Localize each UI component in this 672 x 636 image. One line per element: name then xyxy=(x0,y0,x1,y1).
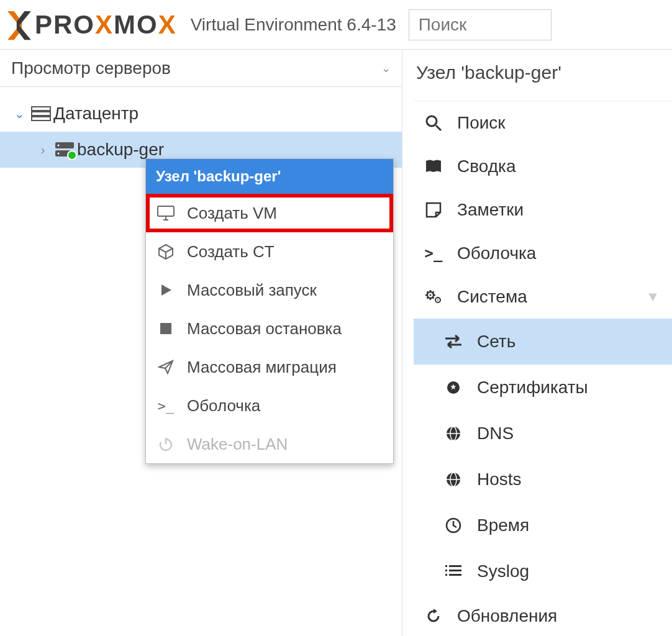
svg-rect-7 xyxy=(158,206,174,216)
side-nav: Поиск Сводка Заметки >_ Оболочка xyxy=(414,101,672,636)
menu-create-ct[interactable]: Создать CT xyxy=(146,232,393,271)
nav-network[interactable]: Сеть xyxy=(414,319,672,365)
nav-syslog-label: Syslog xyxy=(477,561,529,581)
nav-network-label: Сеть xyxy=(477,332,515,352)
nav-system-label: Система xyxy=(457,287,527,307)
book-icon xyxy=(422,159,445,174)
svg-point-5 xyxy=(58,145,60,147)
nav-shell-label: Оболочка xyxy=(457,243,536,263)
menu-bulk-migrate-label: Массовая миграция xyxy=(187,358,337,377)
nav-notes[interactable]: Заметки xyxy=(414,188,672,232)
header: PROXMOX Virtual Environment 6.4-13 xyxy=(0,0,672,50)
nav-hosts[interactable]: Hosts xyxy=(414,457,672,502)
nav-notes-label: Заметки xyxy=(457,200,524,220)
nav-search[interactable]: Поиск xyxy=(414,101,672,145)
collapse-icon[interactable]: ⌄ xyxy=(10,106,29,121)
play-icon xyxy=(156,283,176,297)
power-icon xyxy=(156,437,176,452)
tree: ⌄ Датацентр › backup-ger xyxy=(0,87,402,168)
svg-point-18 xyxy=(437,299,438,301)
right-column: Узел 'backup-ger' Поиск Сводка Заметки xyxy=(402,50,672,636)
nav-dns[interactable]: DNS xyxy=(414,411,672,457)
view-selector[interactable]: Просмотр серверов ⌄ xyxy=(0,50,402,87)
certificate-icon xyxy=(442,379,465,396)
svg-rect-28 xyxy=(449,565,461,567)
svg-rect-2 xyxy=(32,117,50,120)
tree-datacenter-label: Датацентр xyxy=(53,104,138,124)
nav-summary-label: Сводка xyxy=(457,157,516,176)
nav-search-label: Поиск xyxy=(457,113,506,133)
globe-icon xyxy=(442,425,465,442)
cube-icon xyxy=(156,243,176,260)
svg-rect-10 xyxy=(160,323,171,334)
nav-summary[interactable]: Сводка xyxy=(414,145,672,188)
tree-datacenter[interactable]: ⌄ Датацентр xyxy=(0,96,402,132)
svg-rect-1 xyxy=(32,112,50,116)
tree-node-label: backup-ger xyxy=(77,140,164,160)
terminal-icon: >_ xyxy=(156,398,176,414)
search-input[interactable] xyxy=(409,9,552,40)
menu-bulk-stop[interactable]: Массовая остановка xyxy=(146,309,393,348)
menu-create-vm[interactable]: Создать VM xyxy=(146,194,393,232)
server-icon xyxy=(52,142,77,158)
context-menu: Узел 'backup-ger' Создать VM Создать CT … xyxy=(145,158,394,464)
nav-syslog[interactable]: Syslog xyxy=(414,548,672,594)
svg-rect-31 xyxy=(445,574,447,576)
nav-updates-label: Обновления xyxy=(457,606,557,626)
paper-plane-icon xyxy=(156,360,176,375)
svg-point-16 xyxy=(430,294,432,296)
clock-icon xyxy=(442,517,465,534)
menu-bulk-start[interactable]: Массовый запуск xyxy=(146,271,393,309)
nav-time[interactable]: Время xyxy=(414,502,672,548)
menu-bulk-stop-label: Массовая остановка xyxy=(187,319,342,338)
terminal-icon: >_ xyxy=(422,245,445,262)
sticky-note-icon xyxy=(422,202,445,218)
monitor-icon xyxy=(156,206,176,220)
svg-line-14 xyxy=(436,125,441,130)
product-title: Virtual Environment 6.4-13 xyxy=(191,15,396,35)
left-column: Просмотр серверов ⌄ ⌄ Датацентр › ba xyxy=(0,50,402,636)
nav-dns-label: DNS xyxy=(477,424,514,443)
expand-icon[interactable]: › xyxy=(34,143,52,157)
datacenter-icon xyxy=(29,106,53,121)
globe-icon xyxy=(442,471,465,488)
chevron-down-icon: ▼ xyxy=(646,289,660,305)
menu-wake-on-lan: Wake-on-LAN xyxy=(146,425,393,463)
menu-shell-label: Оболочка xyxy=(187,396,260,416)
nav-hosts-label: Hosts xyxy=(477,470,522,489)
chevron-down-icon: ⌄ xyxy=(381,61,391,75)
logo: PROXMOX xyxy=(6,10,177,40)
menu-bulk-start-label: Массовый запуск xyxy=(187,281,317,300)
nav-certificates[interactable]: Сертификаты xyxy=(414,365,672,411)
status-ok-icon xyxy=(67,150,77,160)
exchange-icon xyxy=(442,335,465,348)
list-icon xyxy=(442,565,465,578)
logo-x-left-icon xyxy=(6,10,32,40)
svg-rect-0 xyxy=(32,107,50,111)
nav-time-label: Время xyxy=(477,516,529,535)
panel-title: Узел 'backup-ger' xyxy=(414,50,672,101)
stop-icon xyxy=(156,322,176,335)
svg-rect-32 xyxy=(449,574,461,576)
main: Просмотр серверов ⌄ ⌄ Датацентр › ba xyxy=(0,50,672,636)
gears-icon xyxy=(422,289,445,305)
nav-system[interactable]: Система ▼ xyxy=(414,275,672,319)
menu-create-ct-label: Создать CT xyxy=(187,242,275,261)
search-icon xyxy=(422,114,445,132)
menu-bulk-migrate[interactable]: Массовая миграция xyxy=(146,348,393,386)
nav-certificates-label: Сертификаты xyxy=(477,378,588,398)
context-menu-title: Узел 'backup-ger' xyxy=(146,159,393,194)
logo-text: PROXMOX xyxy=(35,10,177,40)
svg-point-6 xyxy=(58,153,60,155)
menu-shell[interactable]: >_ Оболочка xyxy=(146,386,393,425)
menu-wol-label: Wake-on-LAN xyxy=(187,435,288,454)
nav-updates[interactable]: Обновления xyxy=(414,594,672,636)
view-selector-label: Просмотр серверов xyxy=(11,58,171,78)
header-search[interactable] xyxy=(409,9,666,40)
refresh-icon xyxy=(422,607,445,625)
svg-rect-29 xyxy=(445,570,447,571)
nav-shell[interactable]: >_ Оболочка xyxy=(414,232,672,275)
svg-rect-27 xyxy=(445,565,447,567)
svg-rect-30 xyxy=(449,570,461,571)
menu-create-vm-label: Создать VM xyxy=(187,204,277,223)
